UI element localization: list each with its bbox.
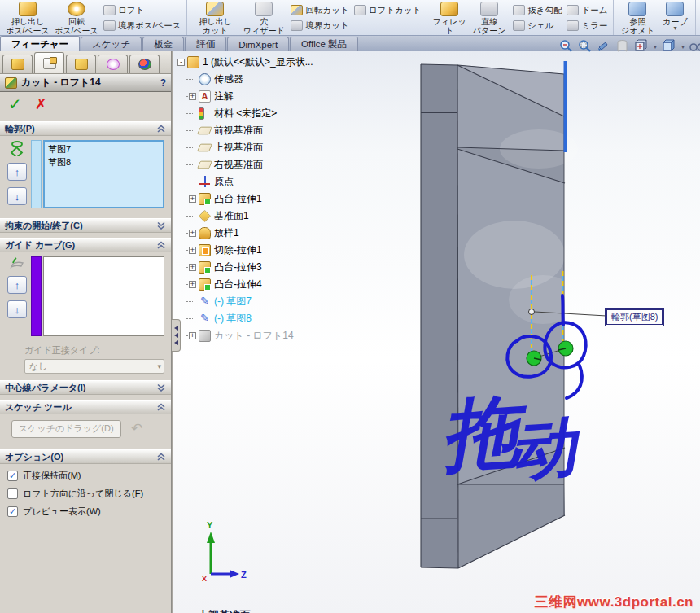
expand-box[interactable]: + <box>189 195 196 203</box>
tree-root-label: 1 (默认<<默认>_显示状... <box>203 55 313 69</box>
guide-curves-listbox[interactable] <box>43 256 164 336</box>
guide-move-up-button[interactable]: ↑ <box>7 276 27 294</box>
tree-item-plane1[interactable]: 基准面1 <box>186 208 373 225</box>
expand-box[interactable]: + <box>189 264 196 271</box>
loft-cut-button[interactable]: ロフトカット <box>352 2 423 18</box>
section-view-icon[interactable] <box>615 39 629 54</box>
tree-item-right-plane[interactable]: 右视基准面 <box>186 156 373 173</box>
tree-item-annotations[interactable]: +注解 <box>186 88 373 105</box>
view-orientation-caret[interactable]: ▾ <box>654 43 657 50</box>
checkbox-close-loft[interactable] <box>7 488 18 499</box>
tab-dimxpert[interactable]: DimXpert <box>227 37 289 51</box>
tab-features[interactable]: フィーチャー <box>0 36 80 51</box>
linear-pattern-button[interactable]: 直線 パターン ▾ <box>468 1 510 34</box>
curves-button[interactable]: カーブ ▾ <box>658 1 692 34</box>
profiles-section-header[interactable]: 輪郭(P) <box>0 121 171 136</box>
boundary-boss-button[interactable]: 境界ボス/ベース <box>101 18 183 33</box>
move-down-button[interactable]: ↓ <box>7 187 27 205</box>
expand-box[interactable]: + <box>189 247 196 254</box>
extruded-cut-button[interactable]: 押し出し カット <box>190 1 239 34</box>
curves-dropdown-caret[interactable]: ▾ <box>673 26 676 31</box>
view-orientation-icon[interactable] <box>633 39 650 54</box>
tree-item-top-plane[interactable]: 上视基准面 <box>186 139 373 156</box>
tree-item-boss-extrude1[interactable]: +凸台-拉伸1 <box>186 190 373 208</box>
tab-evaluate[interactable]: 評価 <box>185 37 226 51</box>
expand-box[interactable]: + <box>189 230 196 237</box>
dimxpert-manager-tab[interactable] <box>98 55 128 73</box>
ribbon-group-instant3d: Instant3D <box>695 0 700 35</box>
tree-item-sketch7[interactable]: (-) 草图7 <box>186 293 373 310</box>
tab-office-products[interactable]: Office 製品 <box>290 37 358 51</box>
guide-curves-section-header[interactable]: ガイド カーブ(G) <box>0 238 171 252</box>
sketch-tools-section-header[interactable]: スケッチ ツール <box>0 400 171 414</box>
checkbox-tangent-faces[interactable] <box>7 471 18 481</box>
dome-button[interactable]: ドーム <box>564 2 610 18</box>
tree-item-origin[interactable]: 原点 <box>186 173 373 190</box>
profile-item-sketch8[interactable]: 草图8 <box>48 155 160 169</box>
display-manager-tab[interactable] <box>129 55 160 73</box>
loft-button[interactable]: ロフト <box>101 2 183 18</box>
checkbox-show-preview[interactable] <box>7 506 18 517</box>
tree-root[interactable]: - 1 (默认<<默认>_显示状... <box>177 54 373 71</box>
guide-move-down-button[interactable]: ↓ <box>7 300 27 318</box>
extruded-boss-button[interactable]: 押し出し ボス/ベース <box>3 1 52 34</box>
property-manager-tab[interactable] <box>34 52 64 73</box>
profiles-listbox[interactable]: 草图7 草图8 <box>43 140 164 208</box>
undo-icon[interactable]: ↷ <box>131 423 142 436</box>
tab-sheet-metal[interactable]: 板金 <box>142 37 184 51</box>
display-style-icon[interactable] <box>661 39 677 54</box>
start-end-constraints-section-header[interactable]: 拘束の開始/終了(C) <box>0 218 171 233</box>
zoom-to-fit-icon[interactable] <box>558 39 573 54</box>
guide-tangency-dropdown[interactable]: なし ▾ <box>24 359 164 374</box>
help-button[interactable]: ? <box>160 77 166 89</box>
previous-view-icon[interactable] <box>596 39 610 54</box>
revolved-boss-button[interactable]: 回転 ボス/ベース <box>52 1 101 34</box>
model-body[interactable] <box>421 61 578 568</box>
tree-item-cut-extrude1[interactable]: +切除-拉伸1 <box>186 242 373 259</box>
command-manager-ribbon: 押し出し ボス/ベース 回転 ボス/ベース ロフト 境界ボス/ベース <box>0 0 700 36</box>
cancel-button[interactable]: ✗ <box>35 97 47 112</box>
zoom-to-area-icon[interactable] <box>577 39 592 54</box>
display-manager-icon <box>138 59 151 70</box>
options-section-header[interactable]: オプション(O) <box>0 449 171 464</box>
centerline-section-header[interactable]: 中心線パラメータ(I) <box>0 380 171 395</box>
mirror-button[interactable]: ミラー <box>564 18 610 33</box>
draft-button[interactable]: 抜き勾配 <box>510 2 564 18</box>
tab-sketch[interactable]: スケッチ <box>81 37 142 51</box>
expand-box[interactable]: + <box>189 332 196 339</box>
hide-show-items-icon[interactable] <box>689 40 700 53</box>
drag-sketch-button[interactable]: スケッチのドラッグ(D) <box>11 420 121 438</box>
move-up-button[interactable]: ↑ <box>7 163 27 181</box>
tree-item-loft1[interactable]: +放样1 <box>186 225 373 242</box>
feature-manager-tab[interactable] <box>2 55 33 73</box>
tree-item-sketch8[interactable]: (-) 草图8 <box>186 310 373 327</box>
ok-button[interactable]: ✓ <box>8 96 22 112</box>
tree-item-boss-extrude3[interactable]: +凸台-拉伸3 <box>186 259 373 276</box>
hole-wizard-button[interactable]: 穴 ウィザード <box>239 1 288 34</box>
expand-box[interactable]: + <box>189 281 196 288</box>
option-show-preview[interactable]: プレビュー表示(W) <box>7 506 171 518</box>
options-section-label: オプション(O) <box>5 451 63 463</box>
revolved-cut-button[interactable]: 回転カット <box>288 2 351 18</box>
tree-item-label: 凸台-拉伸3 <box>214 261 262 274</box>
fillet-button[interactable]: フィレット ▾ <box>431 1 468 34</box>
profile-callout[interactable]: 輪郭(草图8) <box>606 309 663 325</box>
option-tangent-faces[interactable]: 正接保持面(M) <box>7 470 171 482</box>
tree-item-sensors[interactable]: 传感器 <box>186 71 373 88</box>
tree-root-expand-box[interactable]: - <box>177 59 185 66</box>
shell-button[interactable]: シェル <box>510 18 564 33</box>
tree-item-front-plane[interactable]: 前视基准面 <box>186 122 373 139</box>
tree-item-cut-loft14[interactable]: +カット - ロフト14 <box>186 327 373 344</box>
tree-item-boss-extrude4[interactable]: +凸台-拉伸4 <box>186 276 373 293</box>
profile-point[interactable] <box>529 309 535 315</box>
display-style-caret[interactable]: ▾ <box>681 43 685 50</box>
plane-icon <box>197 161 212 169</box>
revolved-boss-label-1: 回転 <box>68 17 85 26</box>
expand-box[interactable]: + <box>189 93 196 100</box>
configuration-manager-tab[interactable] <box>66 55 96 73</box>
option-close-loft[interactable]: ロフト方向に沿って閉じる(F) <box>7 488 171 500</box>
tree-item-material[interactable]: 材料 <未指定> <box>186 105 373 122</box>
profile-item-sketch7[interactable]: 草图7 <box>48 142 160 155</box>
reference-geometry-button[interactable]: 参照 ジオメトリ ▾ <box>617 1 658 34</box>
boundary-cut-button[interactable]: 境界カット <box>288 18 351 33</box>
